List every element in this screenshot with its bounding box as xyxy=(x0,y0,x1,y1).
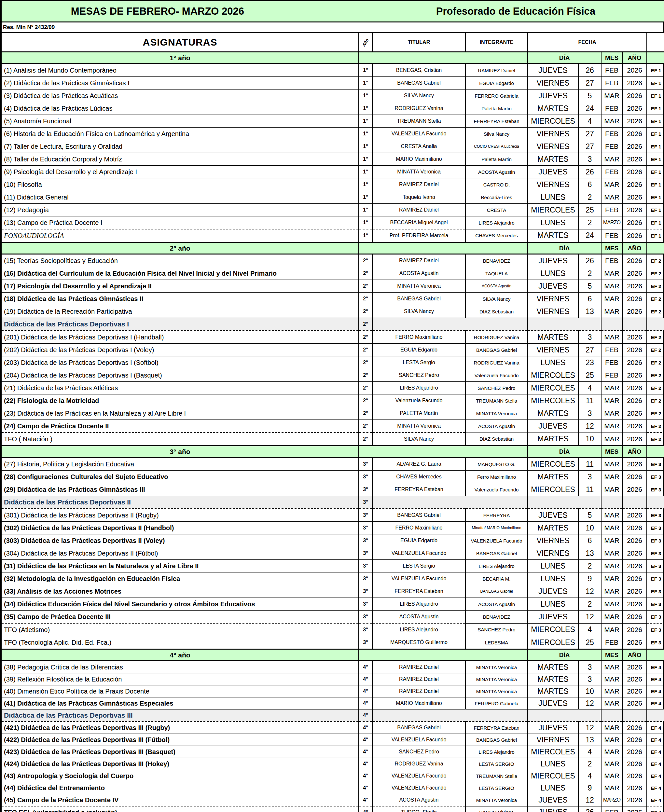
year-cell: 4° xyxy=(359,721,373,734)
day-cell: MARTES xyxy=(527,331,578,344)
titular-cell: LESTA Sergio xyxy=(373,356,465,369)
titular-cell: FERRO Maximiliano xyxy=(373,522,465,534)
section-band: 4° añoDÍAMESAÑO xyxy=(1,649,664,661)
resolution-row: Res. Min Nº 2432/09 xyxy=(1,22,664,33)
titular-cell: VALENZUELA Facundo xyxy=(373,770,465,782)
yearnum-cell: 2026 xyxy=(622,782,647,794)
month-cell: MAR xyxy=(601,420,622,433)
daynum-cell: 2 xyxy=(578,598,601,610)
subject-cell: (421) Didáctica de las Prácticas Deporti… xyxy=(1,721,359,734)
day-cell: JUEVES xyxy=(527,280,578,293)
ef-cell: EF 1 xyxy=(647,102,664,115)
integrante-cell: Minatta/ MARIO Maximiliano xyxy=(465,522,527,534)
titular-cell: TURCO, Sheila xyxy=(373,806,465,812)
titular-cell: BANEGAS Gabriel xyxy=(373,721,465,734)
yearnum-cell: 2026 xyxy=(622,191,647,204)
title-band: MESAS DE FEBRERO- MARZO 2026 Profesorado… xyxy=(1,1,664,22)
daynum-cell: 23 xyxy=(578,356,601,369)
titular-cell: BECCARIA Miguel Angel xyxy=(373,216,465,229)
yearnum-cell: 2026 xyxy=(622,356,647,369)
day-cell: VIERNES xyxy=(527,344,578,356)
daynum-cell: 25 xyxy=(578,369,601,382)
ef-cell: EF 2 xyxy=(647,331,664,344)
daynum-cell: 4 xyxy=(578,623,601,636)
subject-cell: (33) Análisis de las Acciones Motrices xyxy=(1,585,359,598)
integrante-cell: VALENZUELA Facundo xyxy=(465,534,527,547)
integrante-cell: FERRERO Gabriela xyxy=(465,697,527,709)
ef-cell: EF 2 xyxy=(647,407,664,420)
titular-cell: FERREYRA Esteban xyxy=(373,585,465,598)
ef-cell: EF 3 xyxy=(647,610,664,623)
integrante-cell: EGUIA Edgardo xyxy=(465,77,527,89)
integrante-cell: FERRERO Gabriela xyxy=(465,89,527,102)
integrante-cell: Valenzuela Facundo xyxy=(465,369,527,382)
yearnum-cell xyxy=(622,496,647,509)
subject-cell: (23) Didáctica de las Prácticas en la Na… xyxy=(1,407,359,420)
ef-cell: EF 1 xyxy=(647,128,664,140)
subject-cell: Didáctica de las Prácticas Deportivas II xyxy=(1,496,359,509)
subject-cell: (11) Didáctica General xyxy=(1,191,359,204)
ef-cell: EF 3 xyxy=(647,598,664,610)
day-cell: JUEVES xyxy=(527,585,578,598)
titular-cell: VALENZUELA Facundo xyxy=(373,734,465,746)
day-cell: MARTES xyxy=(527,433,578,446)
day-cell: MARTES xyxy=(527,153,578,166)
titular-cell: ALVAREZ G. Laura xyxy=(373,457,465,470)
integrante-cell: Paletta Martin xyxy=(465,102,527,115)
table-row: (40) Dimensión Ético Política de la Prax… xyxy=(1,685,664,697)
day-cell: VIERNES xyxy=(527,534,578,547)
daynum-cell: 4 xyxy=(578,770,601,782)
month-cell: MAR xyxy=(601,734,622,746)
table-row: TFO ESI, (vulnerabilidad e inclusión)4°T… xyxy=(1,806,664,812)
subject-cell: (204) Didáctica de las Prácticas Deporti… xyxy=(1,369,359,382)
ef-cell: EF 1 xyxy=(647,77,664,89)
ef-cell: EF 1 xyxy=(647,115,664,128)
page-title: MESAS DE FEBRERO- MARZO 2026 xyxy=(2,1,313,21)
ef-cell: EF 3 xyxy=(647,636,664,649)
day-cell: LUNES xyxy=(527,573,578,585)
subject-cell: (3) Didáctica de las Prácticas Acuáticas xyxy=(1,89,359,102)
year-cell: 2° xyxy=(359,280,373,293)
month-cell: MAR xyxy=(601,267,622,280)
daynum-cell: 2 xyxy=(578,267,601,280)
column-header-row: ASIGNATURAS Año TITULAR INTEGRANTE FECHA xyxy=(1,33,664,52)
year-cell: 4° xyxy=(359,782,373,794)
band-ef-spacer xyxy=(647,242,664,254)
day-cell: VIERNES xyxy=(527,293,578,305)
integrante-cell: DIAZ Sebastian xyxy=(465,305,527,318)
ef-cell: EF 4 xyxy=(647,758,664,770)
year-cell: 3° xyxy=(359,610,373,623)
table-row: (28) Configuraciones Culturales del Suje… xyxy=(1,470,664,483)
yearnum-cell: 2026 xyxy=(622,267,647,280)
day-cell: MARTES xyxy=(527,661,578,674)
month-cell: MAR xyxy=(601,674,622,685)
integrante-cell: TREUMANN Stella xyxy=(465,394,527,407)
integrante-cell: ACOSTA Agustin xyxy=(465,420,527,433)
integrante-cell: RAMIREZ Daniel xyxy=(465,64,527,77)
titular-cell: MINATTA Veronica xyxy=(373,420,465,433)
day-cell: JUEVES xyxy=(527,697,578,709)
ef-cell: EF 3 xyxy=(647,470,664,483)
col-header-ef xyxy=(647,33,664,52)
titular-cell: RAMIREZ Daniel xyxy=(373,254,465,267)
month-cell: MAR xyxy=(601,394,622,407)
yearnum-cell: 2026 xyxy=(622,89,647,102)
year-cell: 4° xyxy=(359,794,373,807)
daynum-cell: 4 xyxy=(578,746,601,758)
table-row: TFO ( Natación )2°SILVA NancyDIAZ Sebast… xyxy=(1,433,664,446)
daynum-cell: 3 xyxy=(578,331,601,344)
yearnum-cell: 2026 xyxy=(622,433,647,446)
band-anio-header: AÑO xyxy=(622,52,647,64)
subject-cell: (38) Pedagogía Crítica de las Diferencia… xyxy=(1,661,359,674)
titular-cell: RAMIREZ Daniel xyxy=(373,685,465,697)
yearnum-cell: 2026 xyxy=(622,204,647,216)
month-cell: MAR xyxy=(601,770,622,782)
band-dia-header: DÍA xyxy=(527,649,601,661)
table-row: (35) Campo de Práctica Docente III3°ACOS… xyxy=(1,610,664,623)
subject-cell: (302) Didáctica de las Prácticas Deporti… xyxy=(1,522,359,534)
month-cell xyxy=(601,709,622,722)
year-cell: 1° xyxy=(359,115,373,128)
year-cell: 1° xyxy=(359,204,373,216)
month-cell: FEB xyxy=(601,356,622,369)
month-cell: FEB xyxy=(601,636,622,649)
